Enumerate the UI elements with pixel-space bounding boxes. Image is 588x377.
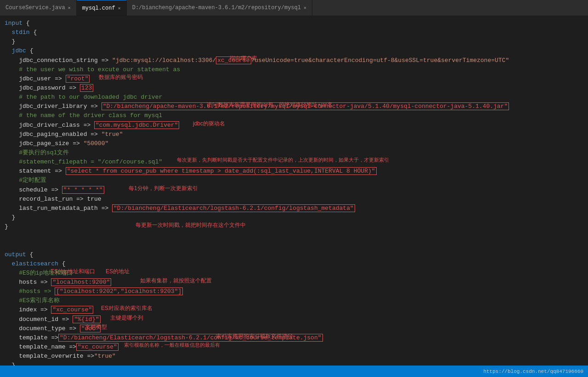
code-line-jdbc-driver-lib: jdbc_driver_library => "D:/biancheng/apa… (5, 102, 588, 111)
tab-bar: CourseService.java ✕ mysql.conf ✕ D:/bia… (0, 0, 588, 16)
code-line-template-name: template_name =>"xc_course" (5, 343, 588, 352)
code-line-comment-es-index: #ES索引库名称 (5, 296, 588, 305)
code-line-jdbc-conn: jdbc_connection_string => "jdbc:mysql://… (5, 56, 588, 65)
tab-maven[interactable]: D:/biancheng/apache-maven-3.6.1/m2/repos… (127, 0, 312, 16)
tab-maven-close[interactable]: ✕ (304, 5, 306, 11)
code-line-doc-id: document_id => "%{id}" (5, 315, 588, 324)
code-line-comment-sql: #要执行的sql文件 (5, 148, 588, 158)
tab-courseservice[interactable]: CourseService.java ✕ (0, 0, 77, 16)
code-line-input: input { (5, 19, 588, 28)
code-line-statement-path: #statement_filepath = "/conf/course.sql" (5, 158, 588, 167)
tab-mysqlconf-label: mysql.conf (82, 5, 115, 11)
status-right: https://blog.csdn.net/qq847196660 (483, 369, 583, 374)
code-line-hosts: hosts => "localhost:9200" (5, 278, 588, 287)
code-line-template-overwrite: template_overwrite =>"true" (5, 352, 588, 361)
code-line-jdbc-pass: jdbc_password => 123 (5, 84, 588, 93)
code-line-stdin: stdin { (5, 28, 588, 37)
code-line-schedule: schedule => "* * * * *" (5, 186, 588, 195)
code-line-paging: jdbc_paging_enabled => "true" (5, 130, 588, 139)
tab-courseservice-close[interactable]: ✕ (68, 5, 71, 11)
code-line-template: template =>"D:/biancheng/Elasticearch/lo… (5, 333, 588, 343)
code-line-jdbc: jdbc { (5, 46, 588, 56)
code-line-empty1 (5, 231, 588, 241)
code-line-jdbc-user: jdbc_user => "root" (5, 74, 588, 84)
status-bar: https://blog.csdn.net/qq847196660 (0, 366, 588, 377)
code-line-index: index => "xc_course" (5, 305, 588, 315)
code-line-comment-user: # the user we wish to excute our stateme… (5, 65, 588, 74)
code-line-hosts-cluster: #hosts => ["localhost:9202","localhost:9… (5, 287, 588, 296)
code-line-metadata: last_run_metadata_path => "D:/biancheng/… (5, 204, 588, 213)
code-line-brace1: } (5, 37, 588, 46)
code-line-output: output { (5, 250, 588, 259)
tab-mysqlconf[interactable]: mysql.conf ✕ (77, 0, 127, 16)
code-line-statement: statement => "select * from course_pub w… (5, 167, 588, 176)
code-line-brace4: } (5, 361, 588, 366)
tab-courseservice-label: CourseService.java (6, 5, 65, 11)
tab-maven-label: D:/biancheng/apache-maven-3.6.1/m2/repos… (132, 5, 301, 11)
code-line-empty2 (5, 241, 588, 250)
code-line-doc-type: document_type => "doc" (5, 324, 588, 333)
code-line-record: record_last_run => true (5, 195, 588, 204)
code-line-brace2: } (5, 213, 588, 222)
code-line-comment-schedule: #定时配置 (5, 176, 588, 185)
code-line-brace3: } (5, 222, 588, 231)
code-area: input { stdin { } jdbc { 指向哪个库 jdbc_conn… (0, 16, 588, 366)
code-line-comment-driver: # the path to our downloaded jdbc driver (5, 93, 588, 102)
code-line-comment-es-ip: #ES的ip地址和端口 (5, 269, 588, 278)
code-line-es: elasticsearch { (5, 259, 588, 269)
code-line-jdbc-driver-class: jdbc_driver_class => "com.mysql.jdbc.Dri… (5, 121, 588, 130)
code-line-comment-class: # the name of the driver class for mysql (5, 111, 588, 120)
code-line-page-size: jdbc_page_size => "50000" (5, 139, 588, 148)
tab-mysqlconf-close[interactable]: ✕ (118, 6, 121, 11)
